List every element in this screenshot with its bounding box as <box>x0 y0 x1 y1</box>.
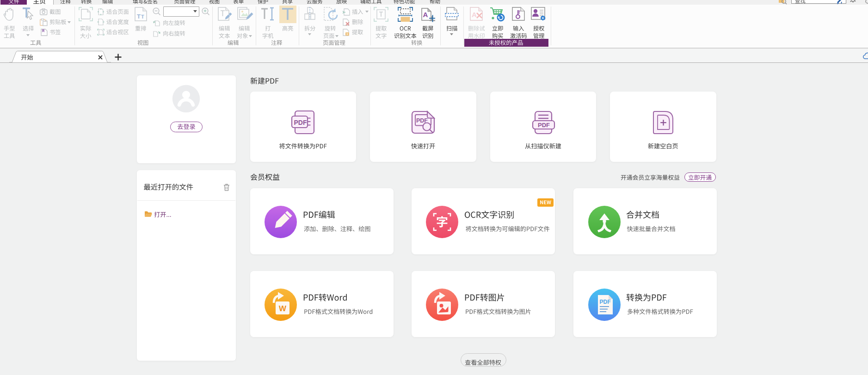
svg-text:T: T <box>137 13 141 20</box>
svg-text:A: A <box>472 11 477 18</box>
svg-text:PDF: PDF <box>599 299 610 305</box>
svg-text:A: A <box>423 11 428 18</box>
svg-text:T: T <box>141 14 144 19</box>
svg-text:W: W <box>279 304 287 313</box>
svg-text:PDF: PDF <box>294 119 307 126</box>
svg-text:PDF: PDF <box>538 122 550 129</box>
